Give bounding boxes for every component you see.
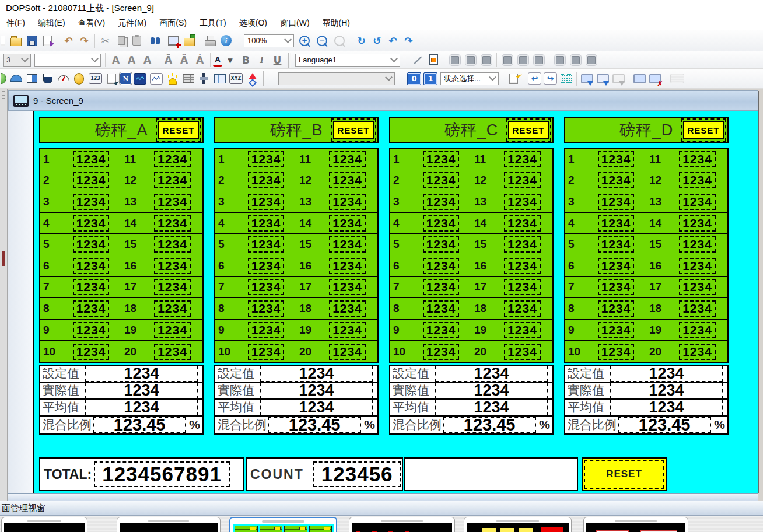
align-center-horizontal-icon[interactable] (463, 52, 478, 68)
main-reset-button[interactable]: RESET (582, 457, 667, 491)
numeric-display[interactable]: 1234 (154, 258, 191, 274)
panel-reset-button[interactable]: RESET (333, 121, 374, 139)
menu-item-4[interactable]: 元件(M) (111, 16, 153, 30)
find-icon[interactable] (145, 33, 160, 48)
numeric-display[interactable]: 123.45 (93, 416, 186, 433)
menu-item-9[interactable]: 帮助(H) (316, 16, 356, 30)
numeric-display[interactable]: 1234 (598, 172, 635, 188)
numeric-display[interactable]: 1234 (248, 322, 285, 338)
undo-icon[interactable]: ↶ (61, 33, 76, 48)
numeric-display[interactable]: 1234 (73, 300, 110, 317)
align-right-icon[interactable] (478, 52, 494, 68)
bar-element-icon[interactable] (24, 71, 40, 86)
numeric-display[interactable]: 1234 (248, 215, 285, 232)
numeric-display[interactable]: 1234 (598, 194, 635, 210)
bold-icon[interactable]: B (238, 52, 254, 68)
menu-item-8[interactable]: 窗口(W) (274, 16, 316, 30)
panel-reset-button[interactable]: RESET (683, 121, 724, 139)
char-spacing-decrease-icon[interactable]: A (108, 52, 124, 68)
numeric-display[interactable]: 1234 (73, 194, 110, 210)
align-top-icon[interactable] (499, 52, 515, 68)
numeric-display[interactable]: 1234 (679, 215, 716, 232)
numeric-display[interactable]: 1234 (504, 151, 541, 167)
numeric-display[interactable]: 1234 (679, 258, 716, 274)
numeric-display[interactable]: 1234 (598, 215, 635, 232)
numeric-display[interactable]: 1234 (248, 151, 285, 167)
menu-item-1[interactable]: 件(F) (0, 16, 32, 30)
numeric-display[interactable]: 1234 (610, 399, 723, 416)
download-disabled-icon[interactable] (611, 71, 626, 86)
numeric-display[interactable]: 1234 (435, 365, 548, 382)
numeric-display[interactable]: 1234 (73, 236, 110, 253)
lamp-element-icon[interactable] (71, 71, 87, 86)
text-element-icon[interactable]: N (120, 72, 132, 85)
state-1-button[interactable]: 1 (424, 72, 438, 85)
numeric-display[interactable]: 1234 (85, 365, 198, 382)
table-element-icon[interactable] (212, 71, 228, 86)
xy-curve-element-icon[interactable] (150, 73, 163, 85)
numeric-display[interactable]: 1234 (598, 300, 635, 317)
numeric-display[interactable]: 1234 (423, 215, 460, 232)
numeric-display[interactable]: 123.45 (618, 416, 711, 433)
numeric-display[interactable]: 1234 (329, 300, 366, 317)
menu-item-6[interactable]: 工具(T) (193, 16, 233, 30)
italic-icon[interactable]: I (254, 52, 270, 68)
screen-thumbnail-1[interactable] (1, 517, 88, 532)
pc-disconnect-icon[interactable] (648, 71, 663, 86)
numeric-display[interactable]: 1234 (329, 258, 366, 274)
cut-icon[interactable]: ✂ (97, 33, 113, 48)
element-description-combo[interactable] (278, 72, 395, 85)
state-0-button[interactable]: 0 (407, 72, 421, 85)
numeric-display[interactable]: 1234 (679, 194, 716, 210)
app-title-bar[interactable]: DOPSoft - 21080711上载 - [Screen_9] (0, 0, 763, 16)
delta-link-element-icon[interactable] (244, 71, 260, 86)
zoom-in-icon[interactable]: + (299, 36, 310, 46)
numeric-display[interactable]: 1234 (248, 344, 285, 360)
open-screen-icon[interactable] (181, 33, 197, 48)
meter-element-icon[interactable] (55, 71, 71, 86)
align-middle-icon[interactable] (515, 52, 531, 68)
numeric-display[interactable]: 1234 (504, 344, 541, 360)
pc-connect-icon[interactable] (632, 71, 648, 86)
align-bottom-icon[interactable] (531, 52, 547, 68)
screen-thumbnail-5[interactable] (464, 517, 572, 532)
keypad-element-icon[interactable] (180, 71, 196, 86)
numeric-display[interactable]: 1234 (610, 382, 723, 399)
grid-settings-icon[interactable] (558, 71, 574, 86)
coordinate-element-icon[interactable]: XYZ (229, 73, 243, 84)
screen-thumbnail-4[interactable] (349, 517, 455, 532)
message-display-element-icon[interactable] (104, 71, 120, 86)
char-spacing-default-icon[interactable]: A (124, 52, 139, 68)
menu-item-7[interactable]: 选项(O) (233, 16, 274, 30)
numeric-display[interactable]: 1234 (329, 215, 366, 232)
element-select-icon[interactable] (426, 52, 442, 68)
numeric-display[interactable]: 1234 (248, 279, 285, 295)
numeric-display[interactable]: 1234 (329, 236, 366, 253)
numeric-display[interactable]: 1234 (329, 322, 366, 338)
panel-reset-button[interactable]: RESET (508, 121, 549, 139)
numeric-display[interactable]: 1234 (423, 194, 460, 210)
numeric-display[interactable]: 1234 (504, 258, 541, 274)
numeric-display[interactable]: 1234 (423, 344, 460, 360)
numeric-display[interactable]: 1234 (85, 382, 198, 399)
same-width-icon[interactable] (552, 52, 568, 68)
numeric-display-element-icon[interactable]: 123 (89, 73, 102, 84)
next-screen-icon[interactable]: ↪ (544, 72, 557, 85)
numeric-display[interactable]: 1234 (598, 279, 635, 295)
numeric-display[interactable]: 1234 (329, 194, 366, 210)
numeric-display[interactable]: 1234 (154, 279, 191, 295)
numeric-display[interactable]: 1234 (154, 215, 191, 232)
numeric-display[interactable]: 1234 (154, 300, 191, 317)
zoom-out-icon[interactable]: − (317, 36, 327, 46)
numeric-display[interactable]: 1234 (73, 215, 110, 232)
numeric-display[interactable]: 1234 (504, 300, 541, 317)
numeric-display[interactable]: 1234 (248, 300, 285, 317)
numeric-display[interactable]: 1234 (423, 236, 460, 253)
slider-element-icon[interactable] (196, 71, 212, 86)
paste-icon[interactable] (129, 33, 145, 48)
numeric-display[interactable]: 1234 (329, 279, 366, 295)
numeric-display[interactable]: 1234 (260, 399, 373, 416)
add-screen-icon[interactable] (166, 33, 181, 48)
numeric-display[interactable]: 1234 (679, 344, 716, 360)
trend-graph-element-icon[interactable] (134, 73, 146, 85)
